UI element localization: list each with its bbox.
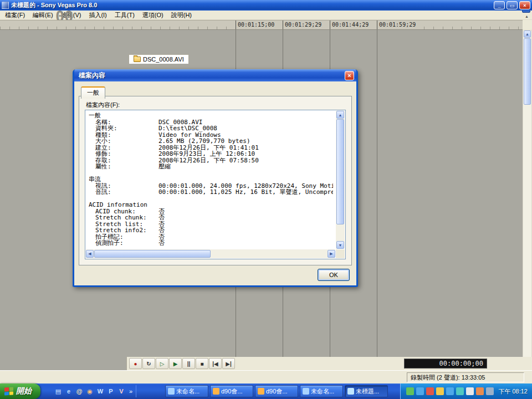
scrollbar-thumb[interactable] [94, 250, 211, 258]
media-player-icon[interactable]: ◉ [85, 386, 95, 396]
scroll-left-icon[interactable] [86, 250, 94, 258]
ruler-mark: 00:01:59;29 [377, 21, 416, 29]
properties-line: 修飾: 2008年9月23日, 上午 12:06:10 [89, 151, 333, 157]
transport-glyph: ● [134, 361, 137, 367]
outlook-icon[interactable]: @ [74, 386, 84, 396]
ruler-mark-label: 00:01:59;29 [379, 22, 416, 28]
menu-item[interactable]: 插入(I) [85, 11, 110, 20]
scroll-down-icon[interactable] [336, 241, 344, 249]
taskbar-task-button[interactable]: d90會... [255, 385, 298, 397]
ruler-mark: 00:01:29;29 [283, 21, 321, 29]
property-value: 00:00:01.000, 11,025 Hz, 16 Bit, 單聲道, Un… [158, 189, 333, 196]
window-titlebar[interactable]: 未標題的 - Sony Vegas Pro 8.0 _▭× [0, 0, 532, 11]
ruler-mark-label: 00:01:15;00 [238, 22, 274, 28]
tray-icon[interactable] [446, 387, 454, 395]
property-value: D:\test\DSC_0008 [158, 125, 217, 132]
window-title: 未標題的 - Sony Vegas Pro 8.0 [11, 1, 493, 9]
dialog-title: 檔案內容 [79, 71, 105, 80]
property-label: 偵測拍子: [89, 240, 158, 247]
dialog-tab-general[interactable]: 一般 [81, 86, 105, 99]
task-label: 未命名... [311, 387, 334, 396]
quick-launch-bar: ▤e@◉WPV » [51, 385, 136, 397]
play-button[interactable]: ▶ [169, 358, 182, 369]
taskbar-task-button[interactable]: 未標題... [345, 385, 388, 397]
dialog-horizontal-scrollbar[interactable] [86, 249, 335, 258]
close-button[interactable]: × [519, 1, 530, 9]
menu-item[interactable]: 說明(H) [167, 11, 196, 20]
timeline-ruler[interactable]: 00:01:15;0000:01:29;2900:01:44;2900:01:5… [0, 20, 523, 30]
transport-timecode[interactable]: 00:00:00;00 [404, 359, 487, 369]
record-time-status: 錄製時間 (2 聲道): 13:33:05 [407, 372, 524, 382]
media-file-icon [134, 57, 141, 62]
go-to-end-button[interactable]: ▶| [222, 358, 235, 369]
scroll-up-icon[interactable] [336, 111, 344, 119]
properties-line: Stretch info2: 否 [89, 227, 333, 234]
menu-item[interactable]: 工具(T) [111, 11, 139, 20]
tray-icon[interactable] [466, 387, 474, 395]
properties-line: 屬性: 壓縮 [89, 163, 333, 170]
transport-glyph: ↻ [146, 361, 151, 367]
menu-item[interactable]: 選項(O) [139, 11, 167, 20]
window-controls: _▭× [493, 1, 530, 9]
tray-icon[interactable] [456, 387, 464, 395]
restore-button[interactable]: ▭ [507, 1, 518, 9]
pause-button[interactable]: || [182, 358, 195, 369]
start-button[interactable]: 開始 [0, 383, 40, 399]
property-label: Stretch chunk: [89, 214, 158, 221]
taskbar-task-button[interactable]: 未命名... [165, 385, 208, 397]
timeline-vertical-scrollbar[interactable] [523, 30, 532, 390]
menu-item[interactable]: 檔案(F) [1, 11, 29, 20]
tray-icon[interactable] [406, 387, 414, 395]
properties-line: 存取: 2008年12月26日, 下午 07:58:50 [89, 157, 333, 164]
taskbar-task-button[interactable]: d90會... [210, 385, 253, 397]
go-to-start-button[interactable]: |◀ [209, 358, 222, 369]
properties-line [89, 170, 333, 177]
tray-icon[interactable] [436, 387, 444, 395]
loop-playback-button[interactable]: ↻ [142, 358, 155, 369]
transport-glyph: |◀ [212, 361, 218, 367]
word-icon[interactable]: W [95, 386, 105, 396]
flag-cell [9, 391, 14, 395]
media-file-tab-label: DSC_0008.AVI [143, 56, 184, 63]
taskbar-task-button[interactable]: 未命名... [300, 385, 343, 397]
property-value: 2008年12月26日, 下午 07:58:50 [158, 157, 259, 164]
scroll-up-icon[interactable] [524, 30, 531, 38]
photoshop-icon[interactable]: P [106, 386, 116, 396]
tray-icon[interactable] [476, 387, 484, 395]
minimize-button[interactable]: _ [494, 1, 505, 9]
properties-line: 音訊: 00:00:01.000, 11,025 Hz, 16 Bit, 單聲道… [89, 189, 333, 196]
scroll-right-icon[interactable] [328, 250, 335, 258]
tray-icon[interactable] [426, 387, 434, 395]
file-properties-text: 一般 名稱: DSC_0008.AVI 資料夾: D:\test\DSC_000… [89, 112, 333, 248]
scrollbar-thumb[interactable] [524, 38, 531, 105]
property-value: 2.65 MB (2,709,770 bytes) [158, 138, 250, 145]
file-properties-box[interactable]: 一般 名稱: DSC_0008.AVI 資料夾: D:\test\DSC_000… [85, 110, 346, 259]
property-value: 壓縮 [158, 163, 171, 170]
property-label: 一般 [89, 112, 101, 119]
taskbar-clock[interactable]: 下午 08:12 [498, 387, 528, 396]
dialog-vertical-scrollbar[interactable] [336, 111, 345, 249]
system-tray: 下午 08:12 [400, 383, 532, 399]
ruler-mark-label: 00:01:44;29 [332, 22, 369, 28]
ok-button[interactable]: OK [318, 269, 350, 281]
property-value: 否 [158, 227, 165, 234]
ie-icon[interactable]: e [64, 386, 74, 396]
play-from-start-button[interactable]: ▷ [156, 358, 168, 369]
flag-cell [9, 387, 14, 391]
quick-launch-overflow-icon[interactable]: » [128, 388, 134, 395]
scroll-up-icon[interactable]: ▲ [525, 14, 529, 18]
dialog-titlebar[interactable]: 檔案內容 × [74, 69, 356, 81]
menu-item[interactable]: 編輯(E) [29, 11, 57, 20]
record-button[interactable]: ● [129, 358, 142, 369]
transport-glyph: ▶ [173, 361, 178, 367]
media-file-tab[interactable]: DSC_0008.AVI [129, 54, 189, 64]
show-desktop-icon[interactable]: ▤ [53, 386, 63, 396]
stop-button[interactable]: ■ [196, 358, 208, 369]
tray-icon[interactable] [416, 387, 424, 395]
taskbar: 開始 ▤e@◉WPV » 未命名... d90會... d90會... [0, 383, 532, 399]
vegas-icon[interactable]: V [116, 386, 126, 396]
scrollbar-thumb[interactable] [336, 119, 344, 224]
tray-icon[interactable] [486, 387, 494, 395]
dialog-close-button[interactable]: × [345, 71, 354, 80]
properties-line: Stretch chunk: 否 [89, 214, 333, 221]
